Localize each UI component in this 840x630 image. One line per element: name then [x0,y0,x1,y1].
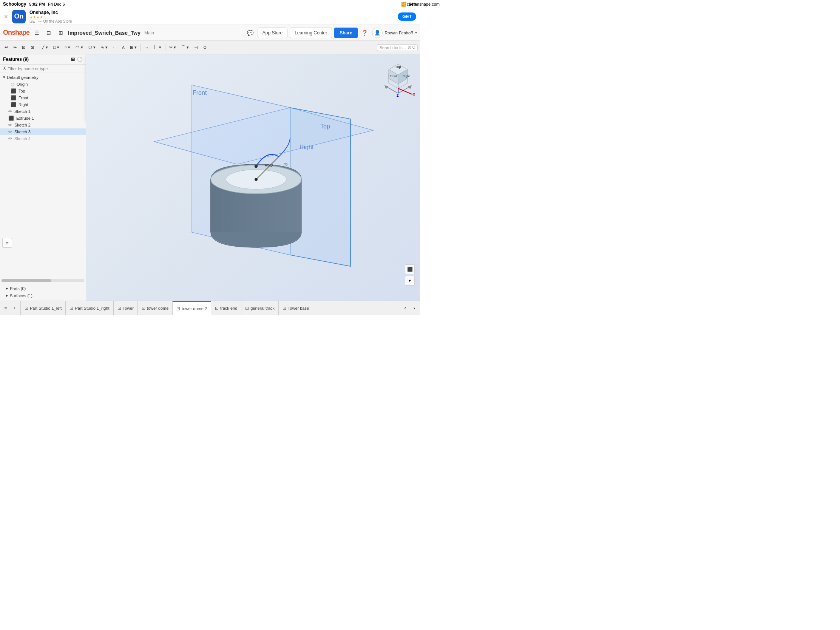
share-button[interactable]: Share [334,28,357,38]
parts-label: Parts (0) [10,286,26,291]
filter-input[interactable] [8,66,83,71]
tab-part-studio-1-right[interactable]: ⊡ Part Studio 1_right [66,301,113,315]
extrude1-item[interactable]: ⬛ Extrude 1 [0,115,86,122]
toggle-button[interactable]: ⊠ [28,42,36,53]
svg-line-19 [387,87,398,93]
fillet-tool[interactable]: ⌒ ▾ [179,42,191,53]
tab-tower-base[interactable]: ⊡ Tower base [279,301,313,315]
banner-cta-text: GET — On the App Store [30,19,394,24]
tab-icon-2: ⊡ [69,306,73,311]
sketch1-item[interactable]: ✏ Sketch 1 [0,108,86,115]
tab-label-4: tower dome [147,306,169,311]
user-dropdown-icon[interactable]: ▾ [415,31,417,35]
tab-menu-button[interactable]: ≡ [2,304,10,313]
tab-label-6: track end [220,306,237,311]
sketch2-item[interactable]: ✏ Sketch 2 [0,122,86,128]
rect-tool[interactable]: □ ▾ [51,42,62,53]
learning-center-button[interactable]: Learning Center [290,28,332,38]
surfaces-chevron-icon: ▸ [6,293,8,298]
tab-icon-6: ⊡ [215,306,219,311]
horizontal-scrollbar[interactable] [2,279,84,282]
text-tool[interactable]: A [120,42,127,53]
view-dropdown-button[interactable]: ▾ [405,276,415,286]
right-plane-icon: ⬛ [11,102,16,107]
comment-button[interactable]: 💬 [245,28,255,38]
point-tool[interactable]: · [111,42,116,53]
tab-tower-dome-2[interactable]: ⊡ tower dome 2 [173,301,211,315]
3d-view-button[interactable]: ⬛ [405,264,415,274]
right-plane-item[interactable]: ⬛ Right [0,101,86,108]
parts-group[interactable]: ▸ Parts (0) [3,285,83,292]
banner-info: Onshape, Inc ★★★★☆ GET — On the App Stor… [30,10,394,24]
tab-label-8: Tower base [288,306,309,311]
redo-button[interactable]: ↪ [11,42,19,53]
origin-item[interactable]: ◎ Origin [0,81,86,88]
arc-tool[interactable]: ◠ ▾ [73,42,85,53]
separator-3 [141,44,141,51]
sketch4-icon: ✏ [8,136,12,141]
trim-tool[interactable]: ✂ ▾ [167,42,178,53]
tab-add-button[interactable]: + [11,304,19,313]
transform-tool[interactable]: ⊞ ▾ [128,42,139,53]
settings-icon-button[interactable]: ⊞ [56,28,66,38]
sketch1-label: Sketch 1 [14,109,31,114]
circle-tool[interactable]: ○ ▾ [62,42,73,53]
top-plane-item[interactable]: ⬛ Top [0,88,86,95]
sketch4-item[interactable]: ✏ Sketch 4 [0,135,86,142]
surfaces-group[interactable]: ▸ Surfaces (1) [3,292,83,299]
svg-text:Right: Right [300,144,314,150]
origin-label: Origin [17,82,28,87]
features-panel: Features (9) ⊞ 🕐 ⊼ ▾ Default geometry ◎ … [0,54,86,301]
svg-text:Top: Top [320,123,330,129]
polygon-tool[interactable]: ⬡ ▾ [86,42,98,53]
svg-text:X: X [413,93,415,96]
panel-outline-button[interactable]: ≡ [2,238,12,248]
default-geometry-group[interactable]: ▾ Default geometry [0,74,86,81]
tab-tower[interactable]: ⊡ Tower [114,301,138,315]
user-avatar[interactable]: 👤 [372,28,383,38]
tab-tower-dome[interactable]: ⊡ tower dome [138,301,173,315]
tab-part-studio-1-left[interactable]: ⊡ Part Studio 1_left [21,301,66,315]
origin-icon: ◎ [11,82,14,87]
undo-button[interactable]: ↩ [2,42,10,53]
app-store-button[interactable]: App Store [257,28,287,38]
app-store-get-button[interactable]: GET [398,13,416,21]
constraint-tool[interactable]: ⊢ ▾ [152,42,164,53]
features-add-icon[interactable]: ⊞ [71,57,75,62]
features-clock-icon[interactable]: 🕐 [77,57,83,62]
filter-icon: ⊼ [3,66,6,71]
tab-track-end[interactable]: ⊡ track end [211,301,242,315]
viewport[interactable]: Front Top Right Sketch 3 [86,54,420,301]
copy-button[interactable]: ⊡ [20,42,28,53]
orientation-cube[interactable]: Top Front Right Z X [379,57,417,99]
dimension-tool[interactable]: ↔ [142,42,151,53]
schoology-label: Schoology [3,2,26,7]
svg-text:Front: Front [390,74,397,78]
tab-next-button[interactable]: › [410,304,418,313]
tab-icon-8: ⊡ [283,306,286,311]
banner-close-button[interactable]: ✕ [4,14,8,20]
parts-section: ▸ Parts (0) ▸ Surfaces (1) [0,283,86,301]
spline-tool[interactable]: ∿ ▾ [99,42,110,53]
features-header: Features (9) ⊞ 🕐 [0,54,86,65]
tab-general-track[interactable]: ⊡ general track [242,301,279,315]
tab-controls: ≡ + [0,301,21,315]
feature-list: ▾ Default geometry ◎ Origin ⬛ Top ⬛ Fron… [0,73,86,278]
parts-chevron-icon: ▸ [6,286,8,291]
hamburger-menu-button[interactable]: ☰ [32,28,41,38]
tab-label-3: Tower [123,306,134,311]
extrude1-icon: ⬛ [8,115,14,121]
filter-icon-button[interactable]: ⊟ [44,28,54,38]
mirror-tool[interactable]: ⊣ [192,42,200,53]
help-button[interactable]: ❓ [360,28,370,38]
svg-text:Front: Front [193,90,207,96]
onshape-logo[interactable]: Onshape [3,29,30,36]
search-tools-text: Search tools... [380,45,406,50]
offset-tool[interactable]: ⊙ [201,42,209,53]
line-tool[interactable]: ╱ ▾ [39,42,50,53]
surfaces-label: Surfaces (1) [10,294,33,298]
sketch3-item[interactable]: ✏ Sketch 3 [0,128,86,135]
tab-prev-button[interactable]: ‹ [401,304,409,313]
search-tools[interactable]: Search tools... ⌘ C [377,44,418,51]
front-plane-item[interactable]: ⬛ Front [0,95,86,101]
